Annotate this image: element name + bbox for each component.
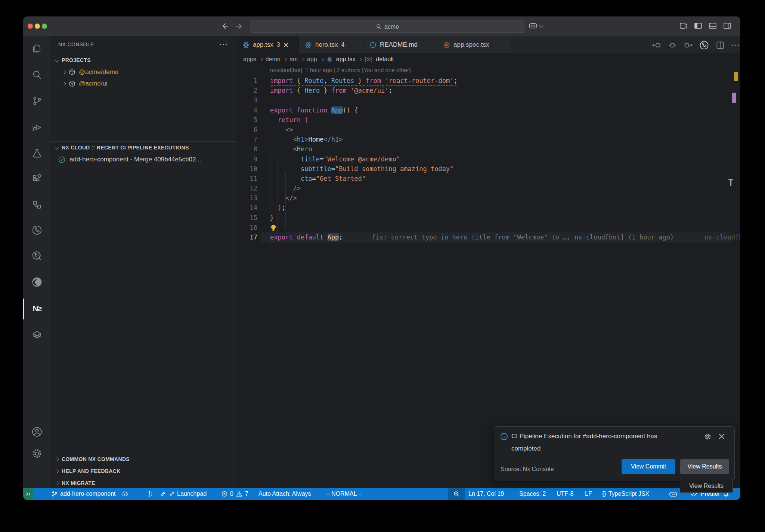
auto-attach-status-item[interactable]: Auto Attach: Always xyxy=(258,488,311,500)
code-line[interactable]: import { Hero } from '@acme/ui'; xyxy=(270,86,674,95)
launchpad-status-item[interactable]: Launchpad xyxy=(159,488,207,500)
eol-status-item[interactable]: LF xyxy=(585,488,592,500)
navigate-forward-icon[interactable] xyxy=(235,22,244,31)
activity-extensions[interactable] xyxy=(23,169,50,188)
split-editor-icon[interactable] xyxy=(715,40,725,50)
notification-toast: CI Pipeline Execution for #add-hero-comp… xyxy=(494,426,735,480)
info-icon xyxy=(500,432,508,441)
current-change-icon[interactable] xyxy=(668,40,677,50)
code-line[interactable]: title="Welcome @acme/demo" xyxy=(270,154,674,164)
previous-change-icon[interactable] xyxy=(652,40,662,50)
next-change-icon[interactable] xyxy=(683,40,693,50)
problems-status-item[interactable]: 0 7 xyxy=(221,488,248,500)
project-item-acme-demo[interactable]: @acme/demo xyxy=(50,66,236,78)
activity-nx-console[interactable]: N≥ xyxy=(23,299,50,318)
close-tab-icon[interactable] xyxy=(284,43,288,47)
section-common-nx-commands[interactable]: COMMON NX COMMANDS xyxy=(50,453,236,465)
toggle-secondary-sidebar-icon[interactable] xyxy=(723,21,732,30)
activity-settings[interactable] xyxy=(23,444,50,463)
section-help-and-feedback[interactable]: HELP AND FEEDBACK xyxy=(50,465,236,477)
code-line[interactable]: export default App;fix: correct typo in … xyxy=(270,232,674,242)
section-nx-migrate[interactable]: NX MIGRATE xyxy=(50,477,236,489)
notification-settings-icon[interactable] xyxy=(704,433,712,440)
breadcrumb-item[interactable]: apps xyxy=(243,56,256,63)
notification-close-icon[interactable] xyxy=(719,433,725,439)
vim-mode-status-item[interactable]: -- NORMAL -- xyxy=(326,488,362,500)
search-icon xyxy=(376,24,382,30)
tab-readme-md[interactable]: README.md xyxy=(363,36,437,53)
code-line[interactable]: <Hero xyxy=(270,144,674,154)
breadcrumb[interactable]: apps demo src app app.tsx [⊘] default xyxy=(243,53,394,65)
view-results-tooltip: View Results xyxy=(680,479,733,493)
customize-layout-icon[interactable] xyxy=(679,21,688,30)
more-actions-icon[interactable] xyxy=(731,44,739,47)
eol-label: LF xyxy=(585,488,592,500)
lightbulb-icon[interactable] xyxy=(270,224,277,232)
activity-explorer[interactable] xyxy=(23,39,50,58)
pipeline-execution-item[interactable]: add-hero-component - Merge 409b44e5cb02.… xyxy=(50,154,236,166)
tab-app-tsx[interactable]: app.tsx 3 xyxy=(236,36,299,53)
encoding-status-item[interactable]: UTF-8 xyxy=(557,488,573,500)
screencast-zoom-item[interactable] xyxy=(448,488,465,500)
cursor-position-status-item[interactable]: Ln 17, Col 19 xyxy=(468,488,504,500)
activity-source-control[interactable] xyxy=(23,92,50,110)
activity-run-debug[interactable] xyxy=(23,118,50,136)
indentation-status-item[interactable]: Spaces: 2 xyxy=(519,488,546,500)
copilot-status-item[interactable] xyxy=(669,488,678,500)
command-center-search[interactable]: acme xyxy=(250,21,525,33)
code-line[interactable]: </> xyxy=(270,193,674,203)
code-line[interactable]: cta="Get Started" xyxy=(270,174,674,183)
breadcrumb-item[interactable]: src xyxy=(290,56,298,63)
notification-message: CI Pipeline Execution for #add-hero-comp… xyxy=(511,430,676,455)
rocket-icon xyxy=(159,491,167,498)
code-line[interactable]: subtitle="Build something amazing today" xyxy=(270,164,674,174)
activity-gitlens[interactable] xyxy=(23,221,50,239)
breadcrumb-item[interactable]: app xyxy=(307,56,317,63)
breadcrumb-symbol[interactable]: default xyxy=(376,56,394,63)
project-item-acme-ui[interactable]: @acme/ui xyxy=(50,78,236,89)
activity-search[interactable] xyxy=(23,65,50,84)
activity-testing[interactable] xyxy=(23,144,50,163)
minimize-window-button[interactable] xyxy=(35,24,40,29)
close-window-button[interactable] xyxy=(28,24,33,29)
remote-indicator[interactable] xyxy=(23,488,33,500)
branch-status-item[interactable]: add-hero-component xyxy=(51,488,128,500)
more-actions-icon[interactable] xyxy=(219,43,227,46)
code-line[interactable]: <h1>Home</h1> xyxy=(270,134,674,144)
activity-edge-browser[interactable] xyxy=(23,273,50,291)
breadcrumb-item[interactable]: demo xyxy=(266,56,281,63)
code-line[interactable]: return ( xyxy=(270,115,674,125)
toggle-sidebar-icon[interactable] xyxy=(694,21,703,30)
code-line[interactable]: <> xyxy=(270,125,674,134)
copilot-icon xyxy=(528,21,538,30)
section-projects[interactable]: PROJECTS xyxy=(50,54,236,66)
tab-hero-tsx[interactable]: hero.tsx 4 xyxy=(299,36,363,53)
commit-graph-icon[interactable] xyxy=(699,40,709,50)
view-commit-button[interactable]: View Commit xyxy=(622,459,675,474)
copilot-menu[interactable] xyxy=(528,21,543,30)
commit-graph-status-item[interactable] xyxy=(147,488,154,500)
tab-app-spec-tsx[interactable]: app.spec.tsx xyxy=(437,36,511,53)
launchpad-label: Launchpad xyxy=(177,488,207,500)
code-line[interactable]: } xyxy=(270,213,674,223)
code-area[interactable]: import { Route, Routes } from 'react-rou… xyxy=(270,76,674,242)
activity-gitlens-inspect[interactable] xyxy=(23,247,50,265)
code-line[interactable] xyxy=(270,223,674,232)
activity-containers[interactable] xyxy=(23,325,50,344)
navigate-back-icon[interactable] xyxy=(220,22,229,31)
code-line[interactable]: /> xyxy=(270,183,674,193)
activity-references[interactable] xyxy=(23,195,50,214)
breadcrumb-separator-icon xyxy=(259,58,263,61)
code-line[interactable]: ); xyxy=(270,203,674,213)
tab-label: README.md xyxy=(380,41,418,49)
toggle-panel-icon[interactable] xyxy=(708,21,717,30)
activity-accounts[interactable] xyxy=(23,423,50,441)
language-mode-status-item[interactable]: {} TypeScript JSX xyxy=(602,488,649,500)
view-results-button[interactable]: View Results xyxy=(680,459,729,474)
section-nx-cloud[interactable]: NX CLOUD :: RECENT CI PIPELINE EXECUTION… xyxy=(50,141,236,153)
breadcrumb-file[interactable]: app.tsx xyxy=(336,56,356,63)
code-line[interactable]: import { Route, Routes } from 'react-rou… xyxy=(270,76,674,86)
code-line[interactable]: export function App() { xyxy=(270,105,674,115)
code-line[interactable] xyxy=(270,95,674,105)
zoom-window-button[interactable] xyxy=(42,24,47,29)
